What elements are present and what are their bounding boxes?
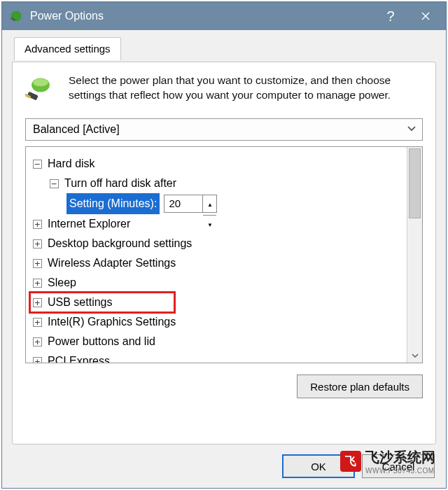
title-bar[interactable]: Power Options ? [2,2,446,30]
spinner-control[interactable]: ▲ ▼ [202,195,216,212]
watermark-logo-icon: 飞 [340,451,361,472]
setting-value-editor[interactable]: 20 ▲ ▼ [164,195,217,213]
setting-value[interactable]: 20 [164,194,202,214]
tree-item-internet-explorer[interactable]: Internet Explorer [48,214,130,234]
plan-selected-label: Balanced [Active] [33,123,120,136]
settings-tree[interactable]: − Hard disk − Turn off hard disk after S… [25,146,423,363]
tree-item-turn-off-hd[interactable]: Turn off hard disk after [64,174,176,193]
expand-icon[interactable]: + [33,220,42,229]
expand-icon[interactable]: + [33,298,42,307]
watermark-url: WWW.FS0745.COM [365,467,435,475]
tree-item-pci-express[interactable]: PCI Express [48,351,110,363]
tree-item-hard-disk[interactable]: Hard disk [48,154,95,174]
tab-advanced-settings[interactable]: Advanced settings [14,37,121,60]
close-button[interactable] [408,2,443,30]
help-button[interactable]: ? [373,2,408,30]
chevron-down-icon [407,123,416,136]
scroll-down-icon[interactable] [407,349,422,363]
tree-scrollbar[interactable] [407,147,422,363]
tree-item-power-buttons-lid[interactable]: Power buttons and lid [48,332,155,351]
tree-item-sleep[interactable]: Sleep [48,273,76,293]
power-plan-select[interactable]: Balanced [Active] [25,118,423,141]
tree-item-wireless-adapter[interactable]: Wireless Adapter Settings [48,253,176,273]
collapse-icon[interactable]: − [50,179,59,188]
svg-point-5 [33,78,48,86]
spinner-up-icon[interactable]: ▲ [203,195,216,216]
expand-icon[interactable]: + [33,318,42,327]
tree-item-intel-graphics[interactable]: Intel(R) Graphics Settings [48,312,176,332]
scrollbar-thumb[interactable] [409,148,421,218]
dialog-window: Power Options ? Advanced settings Select… [1,1,447,489]
expand-icon[interactable]: + [33,337,42,346]
setting-minutes-label[interactable]: Setting (Minutes): [66,193,160,214]
expand-icon[interactable]: + [33,239,42,248]
expand-icon[interactable]: + [33,259,42,268]
restore-defaults-button[interactable]: Restore plan defaults [297,374,423,398]
watermark: 飞 飞沙系统网 WWW.FS0745.COM [340,448,435,475]
expand-icon[interactable]: + [33,357,42,364]
tab-panel: Select the power plan that you want to c… [12,62,436,444]
window-title: Power Options [30,10,373,22]
dialog-body: Advanced settings Select the power plan … [2,30,446,444]
intro-text: Select the power plan that you want to c… [69,74,423,104]
tree-item-desktop-background[interactable]: Desktop background settings [48,234,192,253]
power-options-icon [9,9,23,23]
tree-item-usb-settings[interactable]: USB settings [48,293,112,312]
expand-icon[interactable]: + [33,279,42,288]
battery-plug-icon [25,74,56,104]
collapse-icon[interactable]: − [33,160,42,169]
watermark-brand: 飞沙系统网 [365,449,435,465]
